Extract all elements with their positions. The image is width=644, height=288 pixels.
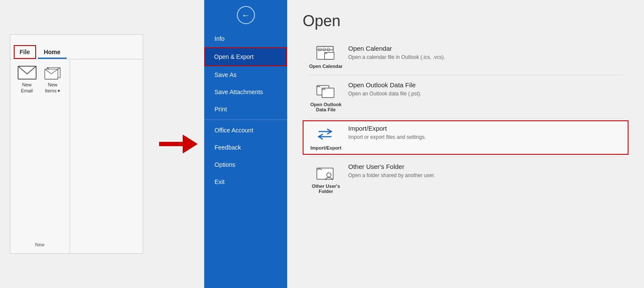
back-button[interactable]: ← <box>237 6 255 24</box>
import-export-desc: Import or export files and settings. <box>348 134 426 141</box>
open-panel: Open Open Calendar Open Calendar Open a … <box>287 0 644 288</box>
svg-point-16 <box>327 173 331 177</box>
open-calendar-icon-label: Open Calendar <box>309 64 343 69</box>
ribbon-panel: File Home NewEmail <box>0 0 153 288</box>
open-outlook-data-title: Open Outlook Data File <box>348 81 421 89</box>
back-arrow-icon: ← <box>242 10 250 20</box>
open-title: Open <box>303 12 629 30</box>
menu-item-options[interactable]: Options <box>204 156 287 173</box>
ribbon-content: NewEmail <box>10 59 143 253</box>
envelope-icon <box>17 65 37 80</box>
import-export-text: Import/Export Import or export files and… <box>343 125 426 141</box>
divider-3 <box>308 156 623 157</box>
new-section-label: New <box>35 239 44 247</box>
menu-item-save-as[interactable]: Save As <box>204 66 287 83</box>
open-outlook-data-icon: Open Outlook Data File <box>309 81 343 112</box>
import-export-item[interactable]: Import/Export Import/Export Import or ex… <box>303 120 629 155</box>
open-outlook-data-text: Open Outlook Data File Open an Outlook d… <box>343 81 421 98</box>
right-arrow-icon <box>159 135 198 153</box>
calendar-icon <box>43 65 63 80</box>
open-calendar-item[interactable]: Open Calendar Open Calendar Open a calen… <box>303 40 629 73</box>
divider-1 <box>308 75 623 75</box>
new-items-label: NewItems ▾ <box>45 82 61 94</box>
tab-file[interactable]: File <box>14 45 36 59</box>
open-calendar-desc: Open a calendar file in Outlook (.ics, .… <box>348 54 445 61</box>
import-export-icon-label: Import/Export <box>310 145 341 150</box>
open-outlook-data-desc: Open an Outlook data file (.pst). <box>348 90 421 98</box>
tab-home[interactable]: Home <box>38 45 67 59</box>
import-export-title: Import/Export <box>348 125 426 132</box>
menu-item-info[interactable]: Info <box>204 30 287 47</box>
new-section: NewEmail <box>10 59 70 253</box>
open-outlook-data-item[interactable]: Open Outlook Data File Open Outlook Data… <box>303 77 629 116</box>
menu-item-print[interactable]: Print <box>204 101 287 118</box>
new-email-label: NewEmail <box>21 82 33 94</box>
new-items-button[interactable]: NewItems ▾ <box>43 65 63 94</box>
svg-rect-10 <box>325 52 334 59</box>
ribbon-tabs: File Home <box>10 35 143 59</box>
new-email-button[interactable]: NewEmail <box>17 65 37 94</box>
svg-rect-12 <box>322 88 334 98</box>
svg-rect-3 <box>159 142 186 146</box>
open-outlook-data-icon-label: Open Outlook Data File <box>309 102 343 112</box>
open-calendar-title: Open Calendar <box>348 45 445 52</box>
open-calendar-text: Open Calendar Open a calendar file in Ou… <box>343 45 445 61</box>
other-users-folder-icon: Other User's Folder <box>309 163 343 194</box>
svg-marker-4 <box>183 135 198 153</box>
import-export-icon: Import/Export <box>309 125 343 150</box>
divider-2 <box>308 118 623 119</box>
menu-item-exit[interactable]: Exit <box>204 173 287 190</box>
other-users-folder-text: Other User's Folder Open a folder shared… <box>343 163 435 179</box>
arrow-section <box>153 135 204 153</box>
menu-item-office-account[interactable]: Office Account <box>204 122 287 139</box>
ribbon-card: File Home NewEmail <box>10 34 143 254</box>
other-users-folder-desc: Open a folder shared by another user. <box>348 172 435 179</box>
other-users-folder-title: Other User's Folder <box>348 163 435 170</box>
menu-item-save-attachments[interactable]: Save Attachments <box>204 83 287 101</box>
open-calendar-icon: Open Calendar <box>309 45 343 69</box>
new-icons-row: NewEmail <box>17 65 63 94</box>
menu-item-open-export[interactable]: Open & Export <box>204 47 287 66</box>
menu-divider <box>204 119 287 120</box>
menu-item-feedback[interactable]: Feedback <box>204 139 287 156</box>
other-users-folder-item[interactable]: Other User's Folder Other User's Folder … <box>303 159 629 198</box>
other-users-folder-icon-label: Other User's Folder <box>309 184 343 194</box>
file-menu-panel: ← Info Open & Export Save As Save Attach… <box>204 0 287 288</box>
